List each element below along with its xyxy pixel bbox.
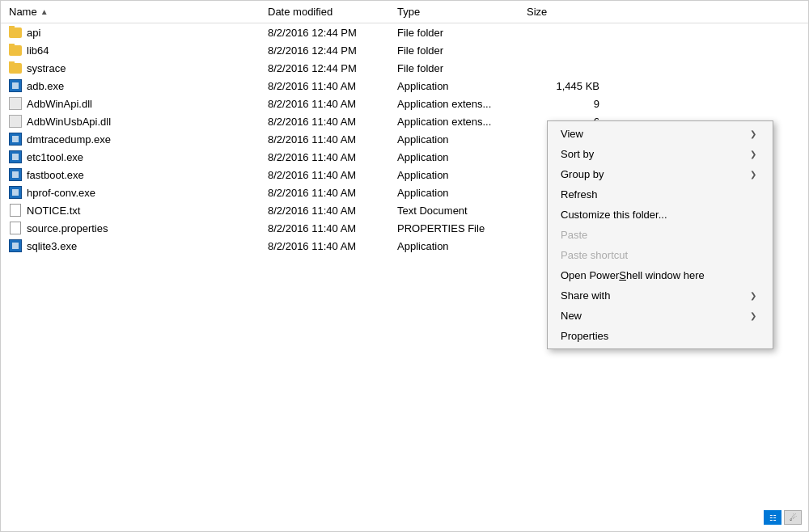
table-row[interactable]: api 8/2/2016 12:44 PM File folder [1,23,808,41]
menu-item-label: Open PowerShell window here [561,269,705,281]
col-header-type[interactable]: Type [397,6,527,18]
file-name-cell: fastboot.exe [9,168,268,181]
file-icon [9,239,22,252]
file-date-cell: 8/2/2016 12:44 PM [268,62,397,74]
file-name-label: api [27,27,40,39]
exe-icon [9,239,22,252]
file-type-cell: Application [397,187,527,199]
file-date-cell: 8/2/2016 12:44 PM [268,44,397,57]
context-menu-item-properties[interactable]: Properties [548,326,773,346]
menu-item-label: Properties [561,330,608,342]
submenu-arrow-icon: ❯ [750,291,756,300]
menu-item-label: View [561,128,583,140]
file-icon [9,61,22,74]
file-icon [9,79,22,92]
column-header-row: Name ▲ Date modified Type Size [1,1,808,23]
submenu-arrow-icon: ❯ [750,129,756,138]
file-name-cell: api [9,26,268,39]
file-icon [9,186,22,199]
file-date-cell: 8/2/2016 12:44 PM [268,27,397,39]
file-name-label: source.properties [27,222,108,234]
context-menu-item-new[interactable]: New❯ [548,306,773,326]
file-date-cell: 8/2/2016 11:40 AM [268,151,397,163]
folder-icon [9,45,22,56]
file-name-cell: sqlite3.exe [9,239,268,252]
file-name-cell: hprof-conv.exe [9,186,268,199]
file-icon [9,150,22,163]
table-row[interactable]: AdbWinApi.dll 8/2/2016 11:40 AM Applicat… [1,95,808,112]
file-icon [9,97,22,110]
file-type-cell: File folder [397,62,527,74]
col-header-date[interactable]: Date modified [268,6,397,18]
exe-icon [9,79,22,92]
col-header-name[interactable]: Name ▲ [9,6,268,18]
bottom-view-icons: ☷ ☄ [764,510,802,525]
menu-item-label: Paste shortcut [561,249,628,261]
context-menu-item-paste-shortcut: Paste shortcut [548,245,773,265]
file-name-cell: adb.exe [9,79,268,92]
table-row[interactable]: systrace 8/2/2016 12:44 PM File folder [1,59,808,77]
file-size-cell: 1,445 KB [527,80,608,92]
context-menu-item-open-powershell-window-here[interactable]: Open PowerShell window here [548,265,773,285]
table-row[interactable]: adb.exe 8/2/2016 11:40 AM Application 1,… [1,77,808,95]
file-name-cell: etc1tool.exe [9,150,268,163]
file-explorer: Name ▲ Date modified Type Size api 8/2/2… [0,0,809,532]
dll-icon [9,97,22,110]
file-icon [9,26,22,39]
file-date-cell: 8/2/2016 11:40 AM [268,222,397,234]
exe-icon [9,186,22,199]
context-menu: View❯Sort by❯Group by❯RefreshCustomize t… [547,120,773,349]
context-menu-item-refresh[interactable]: Refresh [548,184,773,205]
submenu-arrow-icon: ❯ [750,170,756,179]
file-name-cell: NOTICE.txt [9,204,268,217]
col-header-size[interactable]: Size [527,6,608,18]
menu-item-label: Group by [561,168,604,180]
file-date-cell: 8/2/2016 11:40 AM [268,133,397,146]
file-type-cell: Application extens... [397,98,527,110]
file-name-label: dmtracedump.exe [27,133,111,146]
context-menu-item-view[interactable]: View❯ [548,124,773,144]
file-date-cell: 8/2/2016 11:40 AM [268,169,397,181]
file-type-cell: Application [397,240,527,252]
file-date-cell: 8/2/2016 11:40 AM [268,116,397,128]
file-name-label: AdbWinApi.dll [27,98,92,110]
file-icon [9,204,22,217]
file-icon [9,168,22,181]
large-icons-view-button[interactable]: ☄ [784,510,802,525]
file-name-label: NOTICE.txt [27,205,80,217]
file-name-label: fastboot.exe [27,169,84,181]
file-date-cell: 8/2/2016 11:40 AM [268,98,397,110]
file-name-cell: AdbWinUsbApi.dll [9,115,268,128]
txt-icon [10,204,21,217]
details-view-button[interactable]: ☷ [764,510,781,525]
file-type-cell: PROPERTIES File [397,222,527,234]
context-menu-item-share-with[interactable]: Share with❯ [548,285,773,306]
context-menu-item-sort-by[interactable]: Sort by❯ [548,144,773,164]
prop-icon [10,222,21,234]
file-name-label: AdbWinUsbApi.dll [27,116,111,128]
menu-item-label: New [561,310,582,322]
menu-item-label: Share with [561,289,610,302]
context-menu-item-customize-this-folder...[interactable]: Customize this folder... [548,205,773,225]
file-icon [9,222,22,234]
sort-arrow-icon: ▲ [40,7,49,16]
file-name-label: etc1tool.exe [27,151,83,163]
file-name-label: systrace [27,62,66,74]
menu-item-label: Paste [561,229,587,241]
file-size-cell: 9 [527,98,608,110]
dll-icon [9,115,22,128]
file-name-cell: source.properties [9,222,268,234]
file-date-cell: 8/2/2016 11:40 AM [268,187,397,199]
file-name-label: hprof-conv.exe [27,187,95,199]
file-name-cell: dmtracedump.exe [9,133,268,146]
submenu-arrow-icon: ❯ [750,150,756,158]
table-row[interactable]: lib64 8/2/2016 12:44 PM File folder [1,41,808,59]
file-name-label: lib64 [27,44,49,57]
file-name-cell: AdbWinApi.dll [9,97,268,110]
context-menu-item-group-by[interactable]: Group by❯ [548,164,773,184]
file-icon [9,133,22,146]
file-type-cell: File folder [397,27,527,39]
file-date-cell: 8/2/2016 11:40 AM [268,80,397,92]
file-name-label: sqlite3.exe [27,240,77,252]
folder-icon [9,63,22,74]
